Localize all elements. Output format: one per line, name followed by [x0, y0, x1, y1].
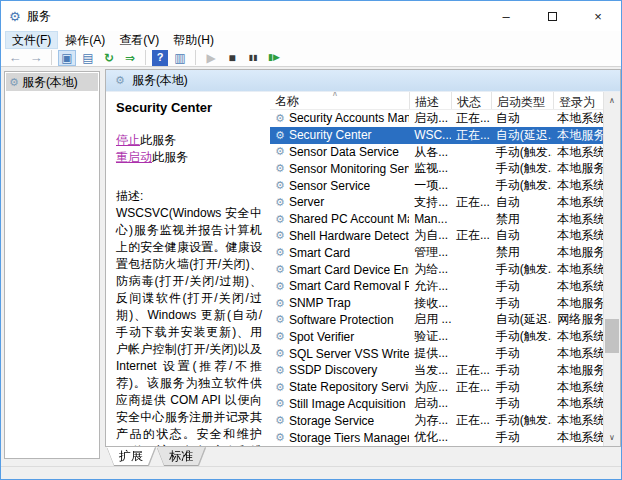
- column-header-logon[interactable]: 登录为: [554, 92, 605, 109]
- service-desc: 当发...: [409, 362, 451, 379]
- service-startup-type: 自动(延迟...: [491, 311, 553, 328]
- vertical-scrollbar[interactable]: ∧ ∨: [603, 92, 620, 446]
- maximize-button[interactable]: [529, 1, 575, 31]
- title-bar[interactable]: ⚙ 服务 – ×: [1, 1, 621, 31]
- service-startup-type: 手动(触发...: [491, 328, 553, 345]
- export-list-icon[interactable]: ⇒: [121, 50, 139, 66]
- service-startup-type: 自动: [491, 227, 553, 244]
- start-service-icon[interactable]: ▶: [202, 50, 220, 66]
- service-name: Security Accounts Manag...: [289, 111, 409, 125]
- scroll-up-icon[interactable]: ∧: [604, 92, 620, 109]
- description-text: WSCSVC(Windows 安全中心)服务监视并报告计算机上的安全健康设置。健…: [116, 205, 262, 446]
- service-gear-icon: ⚙: [275, 230, 285, 241]
- table-row[interactable]: ⚙SSDP Discovery当发...正在...手动本地服务: [270, 362, 603, 379]
- properties-icon[interactable]: ▤: [79, 50, 97, 66]
- pane-gear-icon: ⚙: [115, 75, 125, 86]
- service-status: 正在...: [451, 110, 491, 127]
- service-gear-icon: ⚙: [275, 398, 285, 409]
- menu-view[interactable]: 查看(V): [112, 31, 166, 49]
- table-row[interactable]: ⚙Shared PC Account Mana...Man...禁用本地系统: [270, 211, 603, 228]
- stop-link-suffix: 此服务: [140, 133, 176, 147]
- table-row[interactable]: ⚙Spot Verifier验证...手动(触发...本地系统: [270, 328, 603, 345]
- service-name: Smart Card Device Enum...: [289, 263, 409, 277]
- table-row[interactable]: ⚙Smart Card Device Enum...为给...手动(触发...本…: [270, 261, 603, 278]
- column-header-name-label: 名称: [275, 93, 299, 109]
- table-row[interactable]: ⚙Sensor Data Service从各...手动(触发...本地系统: [270, 144, 603, 161]
- scroll-down-icon[interactable]: ∨: [604, 429, 620, 446]
- scrollbar-thumb[interactable]: [605, 319, 619, 353]
- back-icon[interactable]: ←: [6, 50, 24, 66]
- maximize-icon: [548, 12, 557, 21]
- pause-service-icon[interactable]: ▮▮: [244, 50, 262, 66]
- table-row[interactable]: ⚙Smart Card Removal Poli...允许...手动本地系统: [270, 278, 603, 295]
- service-name: Shared PC Account Mana...: [289, 212, 409, 226]
- menu-file[interactable]: 文件(F): [5, 31, 58, 49]
- service-name: Spot Verifier: [289, 330, 354, 344]
- table-row[interactable]: ⚙Shell Hardware Detection为自...正在...自动本地系…: [270, 228, 603, 245]
- minimize-icon: –: [502, 9, 509, 24]
- service-gear-icon: ⚙: [275, 331, 285, 342]
- service-name: Still Image Acquisition Ev...: [289, 397, 409, 411]
- service-name: Sensor Data Service: [289, 145, 399, 159]
- refresh-icon[interactable]: ↻: [100, 50, 118, 66]
- service-gear-icon: ⚙: [275, 298, 285, 309]
- column-header-desc[interactable]: 描述: [410, 92, 452, 109]
- toolbar-separator: [195, 50, 196, 65]
- tabs-container: 扩展标准: [107, 447, 207, 465]
- service-gear-icon: ⚙: [275, 113, 285, 124]
- service-name: Storage Service: [289, 414, 374, 428]
- stop-service-icon[interactable]: ■: [223, 50, 241, 66]
- column-header-status[interactable]: 状态: [452, 92, 492, 109]
- tab-standard[interactable]: 标准: [157, 447, 205, 465]
- service-desc: 启动...: [409, 395, 451, 412]
- services-pane: ⚙ 服务(本地) Security Center 停止此服务 重启动此服务 描述…: [105, 69, 621, 447]
- service-logon-as: 本地系统: [552, 227, 603, 244]
- service-startup-type: 自动(延迟...: [491, 127, 553, 144]
- restart-service-link[interactable]: 重启动: [116, 150, 152, 164]
- service-startup-type: 手动: [491, 278, 553, 295]
- table-row[interactable]: ⚙Security CenterWSC...正在...自动(延迟...本地服务: [270, 127, 603, 144]
- tree-item-services-local[interactable]: ⚙ 服务(本地): [6, 73, 98, 91]
- table-row[interactable]: ⚙Sensor Service一项...手动(触发...本地系统: [270, 177, 603, 194]
- services-table: 名称 ∧ 描述 状态 启动类型 登录为 ⚙Security Accounts M…: [270, 92, 620, 446]
- menu-help[interactable]: 帮助(H): [166, 31, 221, 49]
- service-name: Server: [289, 195, 324, 209]
- service-desc: 支持...: [409, 194, 451, 211]
- forward-icon[interactable]: →: [27, 50, 45, 66]
- table-row[interactable]: ⚙Storage Service为存...正在...手动(触发...本地系统: [270, 412, 603, 429]
- restart-service-icon[interactable]: ▮▶: [265, 50, 283, 66]
- tab-extended[interactable]: 扩展: [107, 447, 155, 465]
- show-console-tree-icon[interactable]: ▣: [58, 50, 76, 66]
- service-gear-icon: ⚙: [275, 281, 285, 292]
- table-row[interactable]: ⚙Storage Tiers Managem...优化...手动本地系统: [270, 429, 603, 446]
- table-row[interactable]: ⚙State Repository Service为应...正在...手动本地系…: [270, 379, 603, 396]
- table-row[interactable]: ⚙SQL Server VSS Writer提供...手动本地系统: [270, 345, 603, 362]
- service-name: Shell Hardware Detection: [289, 229, 409, 243]
- column-header-startup[interactable]: 启动类型: [492, 92, 554, 109]
- table-row[interactable]: ⚙Server支持...正在...自动本地系统: [270, 194, 603, 211]
- table-rows: ⚙Security Accounts Manag...启动...正在...自动本…: [270, 110, 603, 446]
- service-desc: WSC...: [409, 128, 451, 142]
- stop-service-link[interactable]: 停止: [116, 133, 140, 147]
- show-action-pane-icon[interactable]: ▥: [171, 50, 189, 66]
- window-title: 服务: [27, 8, 51, 25]
- service-name: SQL Server VSS Writer: [289, 347, 409, 361]
- table-row[interactable]: ⚙Software Protection启用 ...自动(延迟...网络服务: [270, 312, 603, 329]
- service-status: 正在...: [451, 362, 491, 379]
- service-name: SSDP Discovery: [289, 363, 377, 377]
- service-startup-type: 手动(触发...: [491, 261, 553, 278]
- table-row[interactable]: ⚙Sensor Monitoring Service监视...手动(触发...本…: [270, 160, 603, 177]
- service-name: Sensor Service: [289, 179, 370, 193]
- service-startup-type: 自动: [491, 110, 553, 127]
- table-row[interactable]: ⚙Still Image Acquisition Ev...启动...手动本地系…: [270, 396, 603, 413]
- help-icon[interactable]: ?: [152, 50, 168, 66]
- table-row[interactable]: ⚙Smart Card管理...禁用本地服务: [270, 244, 603, 261]
- menu-action[interactable]: 操作(A): [58, 31, 112, 49]
- table-row[interactable]: ⚙Security Accounts Manag...启动...正在...自动本…: [270, 110, 603, 127]
- column-header-name[interactable]: 名称 ∧: [270, 92, 410, 109]
- service-desc: 管理...: [409, 244, 451, 261]
- service-gear-icon: ⚙: [275, 214, 285, 225]
- table-row[interactable]: ⚙SNMP Trap接收...手动本地服务: [270, 295, 603, 312]
- minimize-button[interactable]: –: [483, 1, 529, 31]
- close-button[interactable]: ×: [575, 1, 621, 31]
